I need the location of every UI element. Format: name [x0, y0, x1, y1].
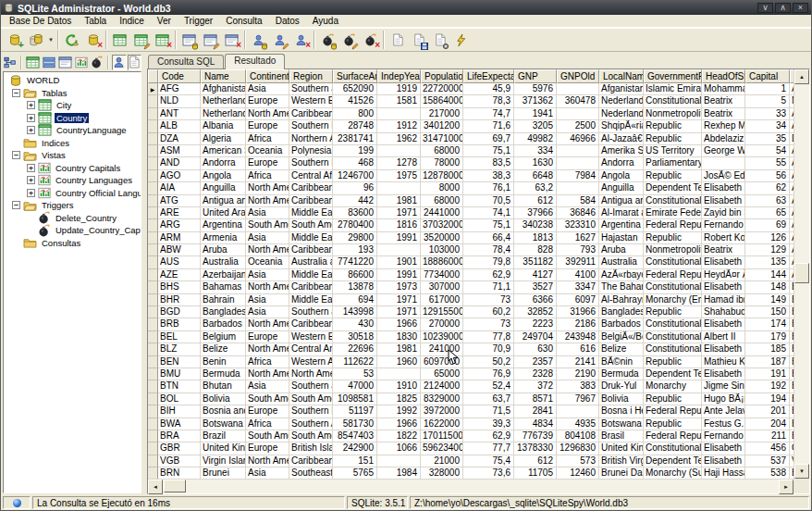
cell-code[interactable]: AZE: [158, 269, 201, 281]
cell-capital[interactable]: 192: [745, 380, 790, 393]
cell-localname[interactable]: Argentina: [599, 219, 644, 231]
table-row-BRB[interactable]: BRBBarbadosNorth AmeriCaribbean430196627…: [148, 318, 794, 330]
table-row-DZA[interactable]: DZAAlgeriaAfricaNorthern Afr238174119623…: [148, 133, 794, 145]
column-header-localname[interactable]: LocalName: [599, 69, 644, 83]
tree-item-indices[interactable]: Indices: [5, 137, 141, 150]
cell-region[interactable]: Caribbean: [289, 455, 333, 467]
cell-localname[interactable]: Barbados: [599, 318, 644, 330]
cell-region[interactable]: South Ameri: [289, 430, 333, 442]
cell-localname[interactable]: Afganistan/A: [599, 83, 644, 95]
menu-ayuda[interactable]: Ayuda: [307, 15, 346, 27]
cell-name[interactable]: Bolivia: [201, 393, 246, 405]
cell-headofstate[interactable]: Hamad ibn Is: [702, 294, 745, 306]
cell-name[interactable]: Belize: [201, 343, 246, 355]
table-row-AIA[interactable]: AIAAnguillaNorth AmeriCaribbean96800076,…: [148, 182, 794, 194]
cell-name[interactable]: American Sa: [201, 145, 246, 157]
cell-continent[interactable]: North Ameri: [246, 343, 289, 355]
cell-gnp[interactable]: 5976: [514, 83, 557, 95]
cell-continent[interactable]: South Ameri: [246, 430, 289, 442]
tree-item-consultas[interactable]: Consultas: [5, 237, 141, 250]
cell-code[interactable]: BWA: [158, 418, 201, 430]
cell-continent[interactable]: Asia: [246, 83, 289, 95]
cell-indepyear[interactable]: 1991: [377, 232, 421, 244]
cell-indepyear[interactable]: 1278: [377, 157, 421, 169]
cell-governmentform[interactable]: Nonmetropolitan: [644, 108, 702, 120]
cell-lifeexpectancy[interactable]: 73: [463, 294, 514, 306]
expand-icon[interactable]: +: [27, 101, 35, 109]
cell-governmentform[interactable]: Constitutional Mo: [644, 318, 702, 330]
cell-gnpold[interactable]: 4100: [557, 269, 599, 281]
cell-gnpold[interactable]: 804108: [557, 430, 599, 442]
cell-capital[interactable]: 63: [745, 195, 790, 207]
cell-governmentform[interactable]: Federal Republic: [644, 405, 702, 418]
close-button[interactable]: ×: [793, 3, 808, 13]
cell-population[interactable]: 6097000: [421, 356, 463, 368]
cell-headofstate[interactable]: Mathieu KÃ©: [702, 356, 745, 368]
cell-region[interactable]: South Ameri: [289, 219, 333, 231]
cell-name[interactable]: United Kingd: [201, 442, 246, 455]
cell-governmentform[interactable]: Islamic Emirate: [644, 83, 702, 95]
cell-gnp[interactable]: 6366: [514, 294, 557, 306]
cell-code[interactable]: BMU: [158, 368, 201, 380]
cell-gnpold[interactable]: 2186: [557, 318, 599, 330]
cell-capital[interactable]: 56: [745, 170, 790, 182]
charts-filter-button[interactable]: [74, 55, 89, 70]
edit-trigger-button[interactable]: [338, 30, 360, 51]
cell-capital[interactable]: 126: [745, 232, 790, 244]
cell-region[interactable]: Central Afric: [289, 170, 333, 182]
cell-headofstate[interactable]: Zayid bin Sul: [702, 207, 745, 219]
cell-gnpold[interactable]: [557, 405, 599, 418]
cell-governmentform[interactable]: Dependent Territ: [644, 182, 702, 194]
cell-capital[interactable]: 537: [745, 455, 790, 467]
cell-name[interactable]: Barbados: [201, 318, 246, 330]
cell-code[interactable]: BIH: [158, 405, 201, 418]
cell-headofstate[interactable]: Elisabeth II: [702, 281, 745, 293]
cell-headofstate[interactable]: Elisabeth II: [702, 368, 745, 380]
tree-item-delete-country[interactable]: Delete_Country: [5, 212, 141, 225]
cell-population[interactable]: 3520000: [421, 232, 463, 244]
cell-gnpold[interactable]: 392911: [557, 256, 599, 268]
cell-gnp[interactable]: 2841: [514, 405, 557, 418]
open-database-dropdown[interactable]: ▾: [46, 30, 55, 51]
cell-gnp[interactable]: 1813: [514, 232, 557, 244]
cell-surfacearea[interactable]: 83600: [333, 207, 377, 219]
cell-gnpold[interactable]: 360478: [557, 95, 599, 107]
cell-capital[interactable]: 65: [745, 207, 790, 219]
database-tree[interactable]: WORLD−Tablas+City+Country+CountryLanguag…: [3, 71, 141, 493]
cell-lifeexpectancy[interactable]: 76,9: [463, 368, 514, 380]
cell-gnpold[interactable]: 2141: [557, 356, 599, 368]
new-trigger-button[interactable]: [317, 30, 338, 51]
cell-headofstate[interactable]: Elisabeth II: [702, 182, 745, 194]
cell-indepyear[interactable]: 1992: [377, 405, 421, 418]
cell-code[interactable]: BOL: [158, 393, 201, 405]
cell-gnpold[interactable]: 243948: [557, 331, 599, 343]
cell-localname[interactable]: Al-Jazaâ€™ir: [599, 133, 644, 145]
cell-surfacearea[interactable]: 28748: [333, 120, 377, 132]
cell-region[interactable]: Southern Eu: [289, 157, 333, 169]
cell-continent[interactable]: Asia: [246, 306, 289, 318]
cell-indepyear[interactable]: 1816: [377, 219, 421, 231]
cell-gnpold[interactable]: 6097: [557, 294, 599, 306]
cell-gnpold[interactable]: 46966: [557, 133, 599, 145]
cell-population[interactable]: 241000: [421, 343, 463, 355]
cell-continent[interactable]: South Ameri: [246, 219, 289, 231]
cell-code[interactable]: BHS: [158, 281, 201, 293]
cell-lifeexpectancy[interactable]: 69,7: [463, 133, 514, 145]
cell-gnp[interactable]: 63,2: [514, 182, 557, 194]
cell-surfacearea[interactable]: 51197: [333, 405, 377, 418]
cell-governmentform[interactable]: Constitutional Mo: [644, 442, 702, 455]
cell-indepyear[interactable]: 1966: [377, 418, 421, 430]
cell-surfacearea[interactable]: 694: [333, 294, 377, 306]
tables-filter-button[interactable]: [25, 55, 41, 70]
cell-lifeexpectancy[interactable]: 52,4: [463, 380, 514, 393]
cell-code[interactable]: BRB: [158, 318, 201, 330]
cell-indepyear[interactable]: 1901: [377, 256, 421, 268]
cell-continent[interactable]: Europe: [246, 157, 289, 169]
cell-indepyear[interactable]: 1971: [377, 306, 421, 318]
cell-capital[interactable]: 144: [745, 269, 790, 281]
cell-indepyear[interactable]: 1973: [377, 281, 421, 293]
cell-lifeexpectancy[interactable]: 70,9: [463, 343, 514, 355]
cell-continent[interactable]: Oceania: [246, 145, 289, 157]
cell-indepyear[interactable]: 1991: [377, 269, 421, 281]
save-report-button[interactable]: [408, 30, 429, 51]
